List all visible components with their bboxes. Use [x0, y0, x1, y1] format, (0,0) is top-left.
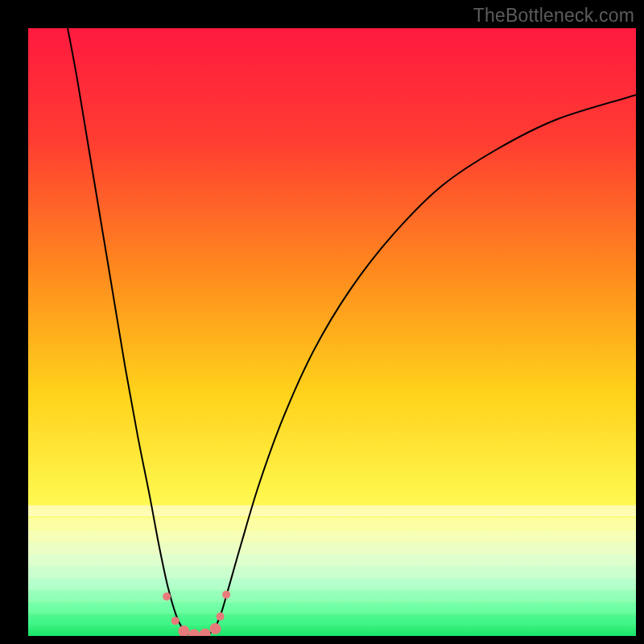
svg-rect-8: [28, 602, 636, 613]
svg-rect-4: [28, 554, 636, 565]
plot-area: [28, 28, 636, 636]
data-marker: [217, 613, 225, 621]
svg-rect-5: [28, 566, 636, 577]
chart-frame: TheBottleneck.com: [0, 0, 644, 644]
svg-rect-7: [28, 590, 636, 601]
svg-rect-3: [28, 542, 636, 553]
data-marker: [171, 617, 180, 625]
data-marker: [222, 591, 230, 599]
watermark-text: TheBottleneck.com: [473, 5, 634, 27]
bottleneck-chart: [28, 28, 636, 636]
svg-rect-0: [28, 506, 636, 517]
svg-rect-6: [28, 578, 636, 589]
svg-rect-1: [28, 518, 636, 529]
svg-rect-2: [28, 530, 636, 541]
data-marker: [163, 592, 171, 601]
data-marker: [210, 623, 221, 634]
svg-rect-9: [28, 615, 636, 626]
